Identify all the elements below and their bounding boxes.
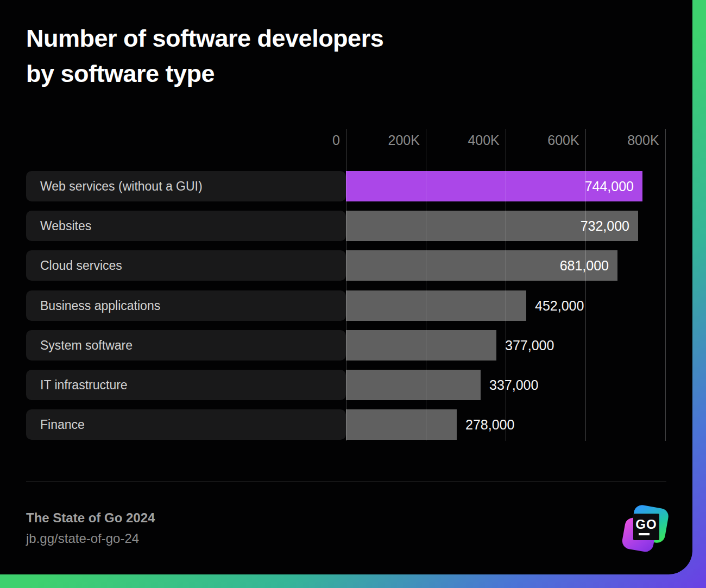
bar <box>346 370 481 400</box>
category-label: IT infrastructure <box>40 378 128 393</box>
value-label: 681,000 <box>346 250 617 281</box>
value-label: 278,000 <box>465 409 514 440</box>
goland-logo-underscore <box>639 533 650 535</box>
value-label: 744,000 <box>346 171 642 201</box>
source-url: jb.gg/state-of-go-24 <box>26 531 139 546</box>
gridline <box>585 129 586 441</box>
value-label: 377,000 <box>505 330 554 361</box>
category-label-box: Cloud services <box>26 250 346 281</box>
value-label: 732,000 <box>346 211 638 241</box>
footer-divider <box>26 482 666 482</box>
gridline <box>426 129 426 441</box>
category-label-box: System software <box>26 330 346 361</box>
value-label: 337,000 <box>489 370 538 400</box>
bar <box>346 409 457 440</box>
infographic-panel: Number of software developers by softwar… <box>0 0 692 574</box>
category-label-box: Finance <box>26 409 346 440</box>
category-label-box: Websites <box>26 211 346 241</box>
x-tick-label: 200K <box>338 132 420 148</box>
gridline <box>346 129 346 441</box>
goland-logo-box: GO <box>633 514 659 540</box>
category-label: Web services (without a GUI) <box>40 179 203 194</box>
gridline <box>506 129 506 441</box>
x-tick-label: 600K <box>498 132 579 148</box>
category-label-box: IT infrastructure <box>26 370 346 400</box>
value-label: 452,000 <box>535 290 584 321</box>
bar <box>346 330 496 361</box>
x-tick-label: 0 <box>259 132 340 148</box>
x-tick-label: 800K <box>578 132 659 148</box>
goland-logo-text: GO <box>633 517 659 532</box>
goland-logo: GO <box>623 505 668 551</box>
gridline <box>665 129 666 441</box>
category-label: Finance <box>40 418 85 432</box>
category-label-box: Business applications <box>26 290 346 321</box>
category-label-box: Web services (without a GUI) <box>26 171 346 201</box>
category-label: Cloud services <box>40 258 122 273</box>
category-label: Websites <box>40 219 91 233</box>
chart: 0200K400K600K800KWeb services (without a… <box>0 0 692 574</box>
source-title: The State of Go 2024 <box>26 510 155 526</box>
x-tick-label: 400K <box>418 132 500 148</box>
category-label: System software <box>40 338 133 353</box>
category-label: Business applications <box>40 299 160 313</box>
bar <box>346 290 526 321</box>
